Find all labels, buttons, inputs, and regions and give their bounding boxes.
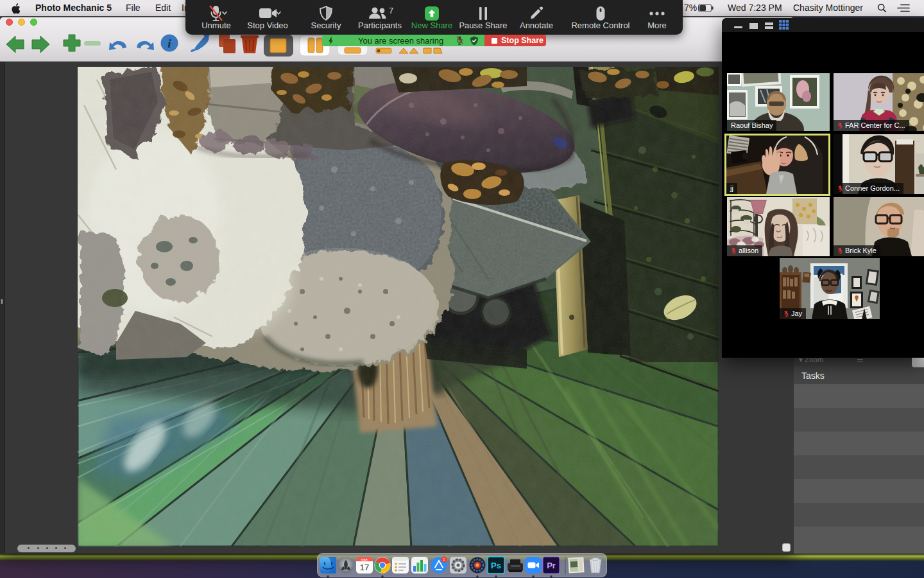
svg-text:7: 7 [389, 6, 393, 15]
svg-text:i: i [167, 37, 171, 50]
svg-text:17: 17 [360, 563, 369, 572]
svg-text:Pr: Pr [547, 561, 556, 570]
svg-text:MAR: MAR [361, 558, 368, 561]
svg-text:Ps: Ps [491, 561, 501, 570]
